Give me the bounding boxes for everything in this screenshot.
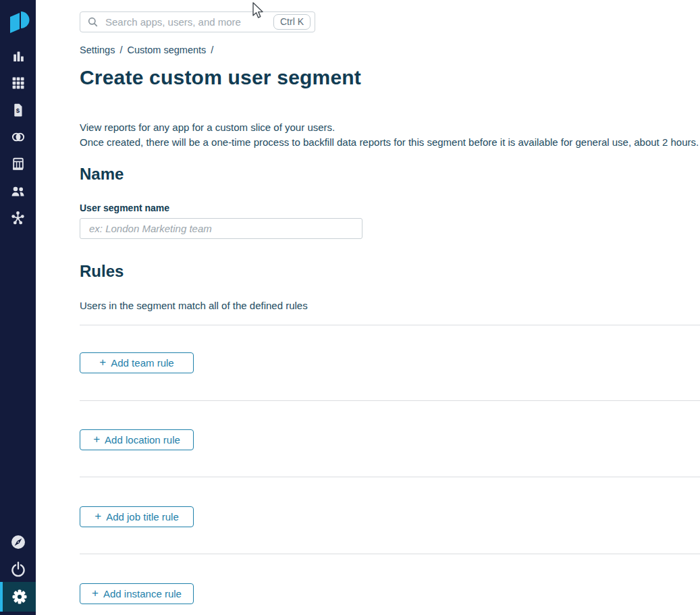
rules-section-heading: Rules bbox=[80, 262, 124, 281]
add-team-rule-label: Add team rule bbox=[111, 357, 173, 369]
name-section-heading: Name bbox=[80, 165, 124, 184]
sidebar-item-integrations[interactable] bbox=[0, 205, 36, 232]
compass-icon bbox=[9, 533, 27, 551]
apps-grid-icon bbox=[10, 75, 26, 91]
invoice-dollar-icon: $ bbox=[10, 102, 26, 118]
add-job-title-rule-button[interactable]: + Add job title rule bbox=[80, 506, 194, 527]
plus-icon: + bbox=[95, 510, 101, 523]
page-description-line2: Once created, there will be a one-time p… bbox=[80, 135, 699, 150]
sidebar-item-users[interactable] bbox=[0, 178, 36, 205]
main-content: Ctrl K Settings / Custom segments / Crea… bbox=[36, 0, 700, 615]
add-instance-rule-label: Add instance rule bbox=[103, 588, 182, 599]
add-job-title-rule-label: Add job title rule bbox=[106, 511, 179, 523]
sidebar-item-apps[interactable] bbox=[0, 70, 36, 97]
global-search-bar[interactable]: Ctrl K bbox=[80, 11, 315, 32]
segment-name-label: User segment name bbox=[80, 203, 169, 213]
page-description: View reports for any app for a custom sl… bbox=[80, 120, 699, 149]
sidebar-item-explore[interactable] bbox=[0, 529, 36, 556]
sidebar-item-settings[interactable] bbox=[0, 582, 36, 612]
productiv-logo-icon bbox=[5, 7, 31, 36]
bar-chart-icon bbox=[10, 48, 26, 64]
add-location-rule-label: Add location rule bbox=[105, 434, 180, 446]
breadcrumb-custom-segments[interactable]: Custom segments bbox=[127, 45, 206, 55]
breadcrumb-separator: / bbox=[119, 45, 122, 55]
gear-icon bbox=[11, 588, 28, 606]
svg-text:$: $ bbox=[16, 107, 20, 114]
receipt-icon bbox=[10, 156, 26, 172]
users-icon bbox=[9, 183, 26, 199]
hub-icon bbox=[9, 209, 26, 227]
add-location-rule-button[interactable]: + Add location rule bbox=[80, 429, 194, 450]
sidebar-item-power[interactable] bbox=[0, 556, 36, 583]
segment-name-input[interactable] bbox=[80, 218, 362, 239]
search-shortcut-badge: Ctrl K bbox=[273, 14, 311, 30]
page-description-line1: View reports for any app for a custom sl… bbox=[80, 120, 699, 135]
rule-divider bbox=[80, 325, 700, 325]
venn-diagram-icon bbox=[10, 129, 26, 145]
rules-description: Users in the segment match all of the de… bbox=[80, 300, 308, 311]
power-icon bbox=[9, 560, 27, 578]
sidebar: $ bbox=[0, 0, 36, 615]
add-team-rule-button[interactable]: + Add team rule bbox=[80, 352, 194, 373]
plus-icon: + bbox=[99, 356, 106, 369]
search-icon bbox=[88, 17, 98, 27]
search-input[interactable] bbox=[104, 16, 273, 28]
sidebar-item-overlaps[interactable] bbox=[0, 124, 36, 151]
sidebar-logo[interactable] bbox=[0, 5, 36, 38]
plus-icon: + bbox=[92, 587, 99, 600]
add-instance-rule-button[interactable]: + Add instance rule bbox=[80, 583, 194, 604]
breadcrumb: Settings / Custom segments / bbox=[80, 45, 213, 55]
page-title: Create custom user segment bbox=[80, 66, 361, 89]
plus-icon: + bbox=[93, 433, 100, 446]
sidebar-item-analytics[interactable] bbox=[0, 43, 36, 70]
sidebar-item-spend[interactable]: $ bbox=[0, 97, 36, 124]
sidebar-item-contracts[interactable] bbox=[0, 151, 36, 178]
breadcrumb-separator: / bbox=[211, 45, 213, 55]
breadcrumb-settings[interactable]: Settings bbox=[80, 45, 115, 55]
rule-divider bbox=[80, 477, 700, 477]
rule-divider bbox=[80, 400, 700, 401]
rule-divider bbox=[80, 554, 700, 554]
